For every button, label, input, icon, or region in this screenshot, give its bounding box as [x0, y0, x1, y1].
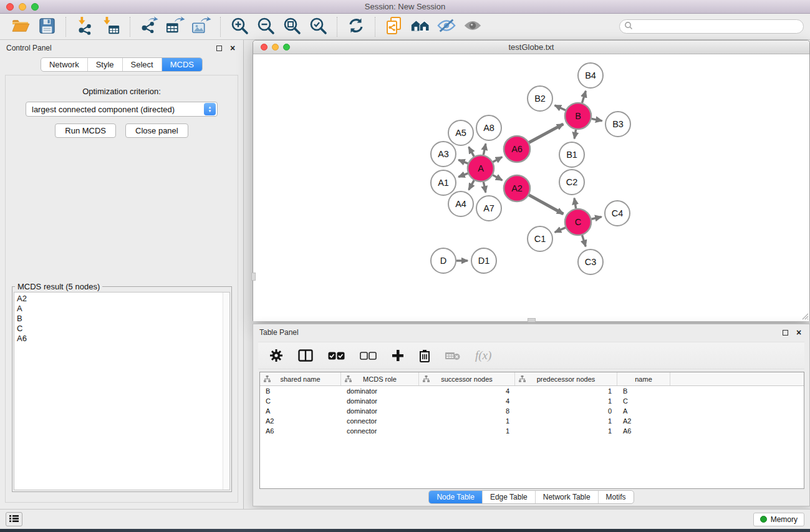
node-B1[interactable]: B1 — [559, 142, 584, 167]
close-network-icon[interactable] — [261, 44, 268, 51]
export-network-button[interactable] — [136, 15, 162, 39]
task-history-button[interactable] — [6, 512, 22, 526]
edge-A6-B[interactable] — [529, 124, 563, 143]
table-row[interactable]: Cdominator41C — [260, 396, 804, 406]
tab-node-table[interactable]: Node Table — [429, 491, 483, 503]
column-header-name[interactable]: name — [617, 372, 670, 385]
table-row[interactable]: A6connector11A6 — [260, 426, 804, 436]
run-mcds-button[interactable]: Run MCDS — [55, 123, 116, 138]
float-panel-icon[interactable] — [215, 44, 223, 52]
table-row[interactable]: Bdominator41B — [260, 386, 804, 396]
search-box[interactable] — [619, 19, 804, 34]
tab-network-table[interactable]: Network Table — [536, 491, 599, 503]
table-row[interactable]: Adominator80A — [260, 406, 804, 416]
import-table-button[interactable] — [98, 15, 124, 39]
optimization-dropdown[interactable]: largest connected component (directed) ▲… — [26, 102, 218, 117]
node-B[interactable]: B — [565, 103, 591, 129]
column-view-icon[interactable] — [298, 349, 313, 362]
edge-A-A8[interactable] — [483, 143, 486, 155]
export-table-button[interactable] — [162, 15, 188, 39]
edge-B-B1[interactable] — [574, 130, 576, 139]
export-image-button[interactable] — [188, 15, 215, 39]
birdseye-mark-bottom[interactable] — [528, 318, 536, 322]
node-A6[interactable]: A6 — [504, 136, 530, 162]
resize-handle-icon[interactable] — [800, 311, 809, 320]
edge-A-A5[interactable] — [469, 147, 475, 157]
add-column-icon[interactable] — [392, 349, 404, 362]
network-canvas[interactable]: B4B2BB3A5A8A6B1A3AA1C2A2A4A7C4CC1C3DD1 — [253, 55, 809, 321]
delete-table-icon[interactable] — [445, 351, 460, 360]
edge-C-C1[interactable] — [555, 228, 566, 233]
show-all-button[interactable] — [460, 15, 486, 39]
node-D1[interactable]: D1 — [471, 248, 496, 273]
home-network-button[interactable] — [407, 15, 433, 39]
result-item[interactable]: B — [17, 314, 229, 324]
mcds-result-list[interactable]: A2ABCA6 — [14, 292, 230, 490]
node-A7[interactable]: A7 — [476, 196, 501, 221]
node-A8[interactable]: A8 — [476, 115, 501, 140]
zoom-network-icon[interactable] — [283, 44, 290, 51]
edge-C-C3[interactable] — [582, 235, 586, 246]
edge-B-B2[interactable] — [555, 105, 566, 110]
edge-A-A4[interactable] — [469, 180, 475, 190]
edge-A-A7[interactable] — [483, 182, 485, 193]
node-A2[interactable]: A2 — [504, 175, 530, 201]
node-A3[interactable]: A3 — [431, 142, 456, 167]
edge-C-C2[interactable] — [574, 198, 576, 209]
float-table-panel-icon[interactable] — [781, 328, 789, 337]
node-B3[interactable]: B3 — [605, 112, 630, 137]
close-window-icon[interactable] — [6, 3, 14, 11]
edge-A-A3[interactable] — [458, 160, 468, 163]
function-builder-icon[interactable]: f(x) — [475, 349, 491, 362]
hide-selected-button[interactable] — [433, 15, 460, 39]
close-table-panel-icon[interactable]: × — [794, 328, 803, 337]
birdseye-mark-left[interactable] — [251, 273, 256, 281]
memory-button[interactable]: Memory — [753, 513, 804, 526]
tab-network[interactable]: Network — [41, 58, 88, 71]
zoom-window-icon[interactable] — [31, 3, 39, 11]
delete-column-icon[interactable] — [419, 349, 430, 362]
result-item[interactable]: A6 — [17, 334, 229, 344]
close-panel-icon[interactable]: × — [228, 44, 237, 52]
tab-style[interactable]: Style — [88, 58, 123, 71]
column-header-predecessor-nodes[interactable]: predecessor nodes — [515, 372, 617, 385]
column-header-mcds-role[interactable]: MCDS role — [341, 372, 419, 385]
save-session-button[interactable] — [34, 15, 60, 39]
refresh-layout-button[interactable] — [343, 15, 369, 39]
node-C4[interactable]: C4 — [605, 201, 630, 226]
node-A4[interactable]: A4 — [448, 191, 473, 216]
edge-C-C4[interactable] — [591, 217, 601, 220]
close-panel-button[interactable]: Close panel — [125, 123, 188, 138]
zoom-out-button[interactable] — [253, 15, 279, 39]
node-C3[interactable]: C3 — [578, 249, 603, 274]
edge-B-B3[interactable] — [592, 118, 602, 120]
edge-B-B4[interactable] — [582, 91, 586, 103]
edge-A-A1[interactable] — [458, 173, 468, 177]
copy-network-button[interactable] — [381, 15, 407, 39]
node-A1[interactable]: A1 — [431, 170, 456, 195]
edge-A2-C[interactable] — [529, 195, 563, 214]
result-item[interactable]: A — [17, 304, 229, 314]
node-C2[interactable]: C2 — [559, 170, 584, 195]
search-input[interactable] — [633, 22, 799, 31]
result-scrollbar[interactable] — [223, 293, 229, 490]
result-item[interactable]: A2 — [17, 294, 229, 304]
import-network-button[interactable] — [72, 15, 98, 39]
node-B2[interactable]: B2 — [528, 86, 552, 111]
column-header-successor-nodes[interactable]: successor nodes — [419, 372, 515, 385]
result-item[interactable]: C — [17, 324, 229, 334]
node-table[interactable]: shared nameMCDS rolesuccessor nodesprede… — [259, 372, 804, 489]
column-header-shared-name[interactable]: shared name — [260, 372, 341, 385]
tab-edge-table[interactable]: Edge Table — [483, 491, 536, 503]
select-all-icon[interactable] — [328, 352, 345, 360]
node-C1[interactable]: C1 — [528, 226, 552, 251]
minimize-network-icon[interactable] — [272, 44, 279, 51]
node-A5[interactable]: A5 — [448, 120, 473, 145]
table-row[interactable]: A2connector11A2 — [260, 416, 804, 426]
tab-mcds[interactable]: MCDS — [162, 58, 202, 71]
deselect-all-icon[interactable] — [360, 352, 377, 360]
zoom-in-button[interactable] — [226, 15, 253, 39]
node-B4[interactable]: B4 — [578, 63, 603, 88]
open-session-button[interactable] — [7, 15, 34, 39]
edge-A-A2[interactable] — [493, 175, 502, 180]
